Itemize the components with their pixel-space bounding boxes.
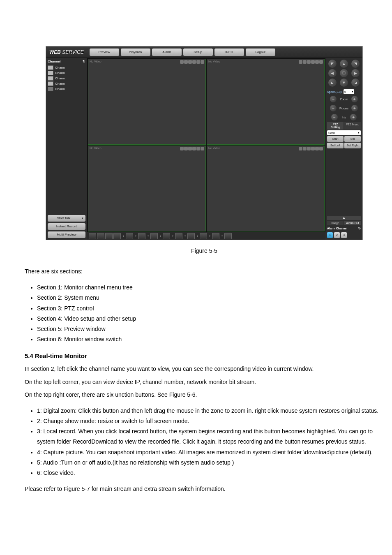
iris-plus[interactable]: + [350, 114, 357, 120]
layout-button[interactable] [175, 233, 182, 239]
iris-minus[interactable]: − [331, 114, 338, 120]
scan-select[interactable]: Scan▾ [327, 130, 361, 135]
snapshot-icon[interactable] [192, 60, 196, 64]
alarm-ch-1[interactable]: 1 [327, 232, 333, 238]
speed-select[interactable]: 5▾ [344, 89, 354, 94]
layout-button[interactable] [89, 233, 96, 239]
channel-item[interactable]: Chann [48, 81, 85, 86]
set-right-button[interactable]: Set Right [344, 143, 361, 148]
instant-record-button[interactable]: Instant Record [48, 223, 85, 230]
set-button[interactable]: Set [344, 136, 361, 142]
audio-icon[interactable] [196, 60, 200, 64]
focus-minus[interactable]: − [330, 105, 337, 111]
collapse-icon[interactable]: ▲ [327, 216, 361, 220]
iris-label: Iris [342, 116, 346, 119]
layout-button[interactable] [126, 233, 133, 239]
speed-label: Speed(1-8): [327, 90, 342, 93]
ptz-up-left[interactable]: ◤ [328, 60, 337, 68]
layout-button[interactable] [200, 233, 207, 239]
app-logo: WEB SERVICE [46, 49, 87, 55]
channel-item[interactable]: Chann [48, 87, 85, 91]
tab-info[interactable]: INFO [214, 49, 244, 56]
focus-label: Focus [339, 106, 348, 110]
sidebar-right: ◤ ▲ ◥ ◀ ☐ ▶ ◣ ▼ ◢ Speed(1-8):5▾ −Zoom+ −… [325, 58, 362, 240]
ptz-up-right[interactable]: ◥ [351, 60, 360, 68]
sidebar-left: Channel ↻ Chann Chann Chann Chann Chann … [46, 58, 87, 240]
image-tab[interactable]: Image [327, 221, 344, 225]
zoom-minus[interactable]: − [330, 96, 337, 102]
channel-item[interactable]: Chann [48, 65, 85, 70]
camera-icon [48, 76, 53, 81]
ptz-pad: ◤ ▲ ◥ ◀ ☐ ▶ ◣ ▼ ◢ [327, 60, 361, 87]
layout-button[interactable] [105, 233, 113, 239]
zoom-label: Zoom [340, 97, 348, 101]
start-talk-dropdown[interactable]: ▾ [80, 215, 85, 222]
layout-button[interactable] [113, 233, 121, 239]
camera-icon [48, 87, 53, 91]
layout-button[interactable] [212, 233, 219, 239]
start-button[interactable]: Start [327, 136, 344, 142]
ptz-up[interactable]: ▲ [340, 60, 348, 68]
figure-caption: Figure 5-5 [8, 247, 392, 254]
top-tabs: Preview Playback Alarm Setup INFO Logout [90, 49, 277, 56]
alarm-ch-3[interactable]: 3 [341, 232, 347, 238]
layout-button[interactable] [187, 233, 195, 239]
zoom-icon[interactable] [180, 60, 184, 64]
layout-button[interactable] [138, 233, 145, 239]
layout-button[interactable] [163, 233, 170, 239]
tab-setup[interactable]: Setup [183, 49, 213, 56]
ptz-setting-tab[interactable]: PTZ Setting [327, 122, 344, 130]
layout-toolbar: ▾ ▾ ▾ ▾ ▾ ▾ ▾ ▾ ▾ [87, 232, 325, 240]
video-pane[interactable]: No Video [207, 59, 325, 145]
ptz-left[interactable]: ◀ [328, 69, 337, 77]
focus-plus[interactable]: + [351, 105, 358, 111]
record-icon[interactable] [188, 60, 192, 64]
set-left-button[interactable]: Set Left [327, 143, 344, 148]
tab-logout[interactable]: Logout [246, 49, 275, 56]
ptz-center[interactable]: ☐ [340, 69, 348, 77]
layout-button[interactable] [97, 233, 104, 239]
ptz-menu-tab[interactable]: PTZ Menu [344, 122, 361, 130]
document-text: There are six sections: Section 1: Monit… [25, 266, 384, 494]
camera-icon [48, 71, 53, 75]
ptz-down-right[interactable]: ◢ [351, 79, 360, 87]
alarm-ch-2[interactable]: 2 [334, 232, 340, 238]
zoom-plus[interactable]: + [351, 96, 358, 102]
channel-item[interactable]: Chann [48, 76, 85, 81]
close-icon[interactable] [201, 60, 204, 64]
ptz-down-left[interactable]: ◣ [328, 79, 337, 87]
video-pane[interactable]: No Video [88, 146, 206, 231]
camera-icon [48, 65, 53, 70]
tab-alarm[interactable]: Alarm [152, 49, 182, 56]
video-pane[interactable]: No Video [207, 146, 325, 231]
layout-button[interactable] [224, 233, 232, 239]
alarm-out-tab[interactable]: Alarm Out [344, 221, 361, 225]
camera-icon [48, 81, 53, 86]
ptz-right[interactable]: ▶ [351, 69, 360, 77]
video-pane[interactable]: No Video [88, 59, 206, 145]
start-talk-button[interactable]: Start Talk [48, 215, 80, 222]
alarm-channel-label: Alarm Channel [327, 227, 347, 230]
refresh-icon[interactable]: ↻ [83, 60, 85, 63]
tab-playback[interactable]: Playback [121, 49, 150, 56]
screenshot-figure: WEB SERVICE Preview Playback Alarm Setup… [46, 46, 363, 240]
mode-icon[interactable] [184, 60, 188, 64]
channel-header: Channel [48, 60, 61, 63]
tab-preview[interactable]: Preview [90, 49, 119, 56]
layout-button[interactable] [150, 233, 158, 239]
channel-item[interactable]: Chann [48, 71, 85, 75]
multi-preview-button[interactable]: Multi Preview [48, 231, 85, 238]
ptz-down[interactable]: ▼ [340, 79, 348, 87]
video-area: No Video No Video No Video No Video ▾ ▾ … [87, 58, 325, 240]
refresh-icon[interactable]: ↻ [358, 227, 361, 230]
topbar: WEB SERVICE Preview Playback Alarm Setup… [46, 46, 362, 58]
